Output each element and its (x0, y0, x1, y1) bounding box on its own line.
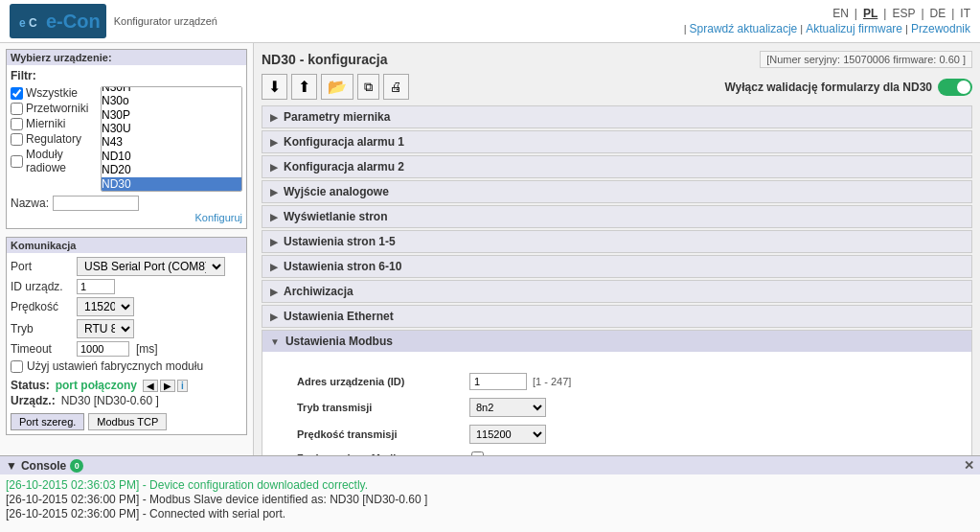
section-label: Konfiguracja alarmu 2 (284, 160, 404, 173)
device-selector: Wybierz urządzenie: Filtr: Wszystkie Prz… (6, 49, 247, 229)
status-section: Status: port połączony ◀ ▶ i Urządz.: ND… (11, 379, 242, 407)
factory-label[interactable]: Użyj ustawień fabrycznych modułu (11, 359, 242, 373)
toolbar-print-btn[interactable]: 🖨 (383, 74, 409, 100)
status-info-btn[interactable]: i (177, 380, 188, 392)
lang-pl[interactable]: PL (863, 7, 877, 20)
config-link-row: Konfiguruj (11, 211, 242, 224)
section-header-ethernet[interactable]: ▶ Ustawienia Ethernet (262, 306, 971, 327)
validation-toggle[interactable] (938, 79, 972, 96)
arrow-icon: ▶ (270, 262, 278, 272)
section-label: Ustawienia stron 1-5 (284, 235, 396, 248)
console-expand-icon: ▼ (6, 459, 17, 473)
mode-select[interactable]: RTU 8N2 RTU 8E1 RTU 8O1 (77, 319, 134, 338)
toolbar: ⬇ ⬆ 📂 ⧉ 🖨 Wyłącz walidację formularzy dl… (262, 74, 972, 100)
toolbar-left: ⬇ ⬆ 📂 ⧉ 🖨 (262, 74, 409, 100)
section-header-alarm2[interactable]: ▶ Konfiguracja alarmu 2 (262, 156, 971, 177)
arrow-icon: ▶ (270, 237, 278, 247)
checkbox-all[interactable]: Wszystkie (11, 86, 97, 100)
status-left-btn[interactable]: ◀ (143, 380, 158, 392)
arrow-icon: ▶ (270, 212, 278, 222)
section-ethernet: ▶ Ustawienia Ethernet (262, 305, 972, 328)
lang-esp[interactable]: ESP (892, 7, 915, 20)
modbus-address-range: [1 - 247] (533, 376, 571, 387)
serial-info: [Numer seryjny: 15070006 firmware: 0.60 … (760, 51, 972, 68)
checkbox-przetworniki[interactable]: Przetworniki (11, 102, 97, 115)
checkboxes: Wszystkie Przetworniki Mierniki Regulato… (11, 86, 97, 192)
arrow-icon: ▶ (270, 287, 278, 297)
right-panel: ND30 - konfiguracja [Numer seryjny: 1507… (254, 43, 980, 498)
checkbox-moduly[interactable]: Moduły radiowe (11, 148, 97, 174)
section-wyjscie: ▶ Wyjście analogowe (262, 180, 972, 203)
section-header-strony15[interactable]: ▶ Ustawienia stron 1-5 (262, 231, 971, 252)
section-header-wyswietlanie[interactable]: ▶ Wyświetlanie stron (262, 206, 971, 227)
console-header[interactable]: ▼ Console 0 ✕ (0, 456, 980, 474)
device-list-select[interactable]: N24_N25 N27P N30H N30o N30P N30U N43 ND1… (101, 86, 242, 192)
speed-select[interactable]: 115200 9600 19200 38400 57600 (77, 297, 134, 316)
comm-title: Komunikacja (7, 238, 246, 253)
section-header-strony610[interactable]: ▶ Ustawienia stron 6-10 (262, 256, 971, 277)
section-header-archiwizacja[interactable]: ▶ Archiwizacja (262, 281, 971, 302)
port-select[interactable]: USB Serial Port (COM8) (77, 257, 225, 276)
lang-it[interactable]: IT (960, 7, 970, 20)
modbus-tcp-btn[interactable]: Modbus TCP (88, 413, 167, 430)
modbus-speed-select[interactable]: 115200 9600 19200 38400 57600 (469, 425, 546, 444)
device-value: ND30 [ND30-0.60 ] (61, 394, 159, 407)
arrow-icon: ▶ (270, 112, 278, 123)
header: e C e-Con Konfigurator urządzeń EN | PL … (0, 0, 980, 43)
header-links: | Sprawdź aktualizacje | Aktualizuj firm… (684, 22, 970, 35)
modbus-address-label: Adres urządzenia (ID) (297, 376, 469, 387)
timeout-label: Timeout (11, 342, 73, 356)
app-title-text: e-Con (46, 11, 101, 33)
status-label: Status: (11, 379, 50, 392)
lang-de[interactable]: DE (930, 7, 946, 20)
logo-box: e C e-Con (10, 4, 106, 38)
section-header-wyjscie[interactable]: ▶ Wyjście analogowe (262, 181, 971, 202)
toolbar-folder-btn[interactable]: 📂 (321, 74, 353, 100)
console-header-left: ▼ Console 0 (6, 459, 83, 473)
id-label: ID urządz. (11, 280, 73, 293)
section-header-parametry-miernika[interactable]: ▶ Parametry miernika (262, 106, 971, 127)
factory-row: Użyj ustawień fabrycznych modułu (11, 359, 242, 373)
checkbox-regulatory[interactable]: Regulatory (11, 132, 97, 146)
logo-icon: e C (15, 8, 42, 35)
console-close-icon[interactable]: ✕ (964, 458, 974, 473)
console-panel: ▼ Console 0 ✕ [26-10-2015 02:36:03 PM] -… (0, 455, 980, 498)
device-selector-title: Wybierz urządzenie: (7, 50, 246, 65)
timeout-input[interactable] (77, 341, 129, 357)
validation-label: Wyłącz walidację formularzy dla ND30 (724, 81, 932, 94)
section-label: Archiwizacja (284, 285, 353, 298)
section-parametry-miernika: ▶ Parametry miernika (262, 105, 972, 128)
console-title: Console (21, 459, 66, 473)
section-label: Ustawienia Ethernet (284, 310, 394, 323)
arrow-icon: ▶ (270, 187, 278, 197)
modbus-address-row: Adres urządzenia (ID) [1 - 247] (297, 373, 937, 390)
lang-en[interactable]: EN (832, 7, 849, 20)
toolbar-copy-btn[interactable]: ⧉ (357, 74, 379, 100)
console-line-1: [26-10-2015 02:36:03 PM] - Device config… (6, 478, 974, 492)
guide-link[interactable]: Przewodnik (911, 22, 970, 35)
section-strony610: ▶ Ustawienia stron 6-10 (262, 255, 972, 278)
modbus-address-input[interactable] (469, 373, 527, 390)
config-link[interactable]: Konfiguruj (194, 212, 242, 223)
factory-checkbox[interactable] (11, 360, 23, 373)
check-updates-link[interactable]: Sprawdź aktualizacje (690, 22, 798, 35)
timeout-row: Timeout [ms] (11, 341, 242, 357)
device-list-panel: Wszystkie Przetworniki Mierniki Regulato… (11, 86, 242, 192)
modbus-speed-row: Prędkość transmisji 115200 9600 19200 38… (297, 425, 937, 444)
id-input[interactable] (77, 279, 115, 294)
name-label: Nazwa: (11, 197, 49, 210)
header-left: e C e-Con Konfigurator urządzeń (10, 4, 217, 38)
toolbar-down-btn[interactable]: ⬇ (262, 74, 287, 100)
console-line-2: [26-10-2015 02:36:00 PM] - Modbus Slave … (6, 493, 974, 498)
section-header-alarm1[interactable]: ▶ Konfiguracja alarmu 1 (262, 131, 971, 152)
svg-text:C: C (29, 16, 37, 30)
update-firmware-link[interactable]: Aktualizuj firmware (806, 22, 902, 35)
name-input[interactable] (53, 196, 139, 211)
status-row: Status: port połączony ◀ ▶ i (11, 379, 242, 392)
toolbar-up-btn[interactable]: ⬆ (291, 74, 317, 100)
status-right-btn[interactable]: ▶ (160, 380, 175, 392)
section-header-modbus[interactable]: ▼ Ustawienia Modbus (262, 331, 971, 352)
checkbox-mierniki[interactable]: Mierniki (11, 117, 97, 130)
port-szereg-btn[interactable]: Port szereg. (11, 413, 84, 430)
modbus-transmission-select[interactable]: 8n2 8e1 8o1 (469, 398, 546, 417)
